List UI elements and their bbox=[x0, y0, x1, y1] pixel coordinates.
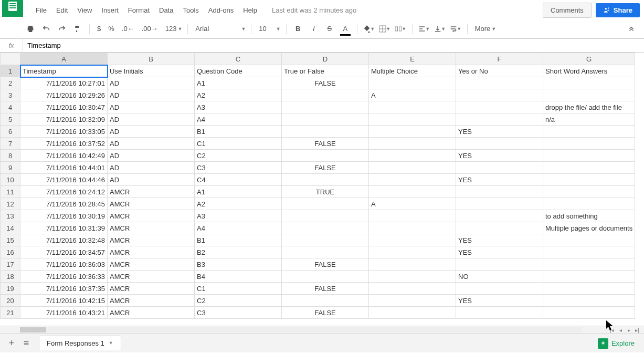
menu-data[interactable]: Data bbox=[155, 4, 177, 16]
cell[interactable]: 7/11/2016 10:24:12 bbox=[20, 186, 108, 198]
cell[interactable] bbox=[543, 126, 635, 138]
cell[interactable] bbox=[282, 271, 369, 283]
cell[interactable]: 7/11/2016 10:34:57 bbox=[20, 246, 108, 258]
cell[interactable] bbox=[456, 198, 543, 210]
cell[interactable]: A4 bbox=[195, 113, 282, 126]
all-sheets-button[interactable]: ≡ bbox=[19, 336, 34, 351]
text-wrap-button[interactable]: ▼ bbox=[449, 23, 462, 35]
currency-button[interactable]: $ bbox=[95, 24, 103, 34]
sheet-tab-form-responses[interactable]: Form Responses 1 ▼ bbox=[39, 336, 121, 350]
cell[interactable]: A1 bbox=[195, 77, 282, 89]
select-all-corner[interactable] bbox=[1, 53, 20, 65]
cell[interactable]: Multiple Choice bbox=[369, 65, 456, 77]
column-header-E[interactable]: E bbox=[369, 53, 456, 65]
cell[interactable]: Use Initials bbox=[108, 65, 195, 77]
add-sheet-button[interactable]: + bbox=[4, 336, 19, 351]
cell[interactable]: FALSE bbox=[282, 258, 369, 271]
cell[interactable] bbox=[282, 295, 369, 307]
cell[interactable] bbox=[456, 162, 543, 174]
cell[interactable]: AMCR bbox=[108, 234, 195, 246]
borders-button[interactable]: ▼ bbox=[378, 23, 391, 35]
menu-insert[interactable]: Insert bbox=[97, 4, 123, 16]
row-header[interactable]: 19 bbox=[1, 283, 20, 295]
row-header[interactable]: 3 bbox=[1, 89, 20, 101]
share-button[interactable]: Share bbox=[596, 3, 640, 17]
cell[interactable] bbox=[369, 77, 456, 89]
cell[interactable]: AMCR bbox=[108, 295, 195, 307]
cell[interactable] bbox=[456, 186, 543, 198]
cell[interactable]: AMCR bbox=[108, 307, 195, 319]
number-format-dropdown[interactable]: 123▼ bbox=[163, 24, 183, 34]
menu-tools[interactable]: Tools bbox=[178, 4, 203, 16]
cell[interactable] bbox=[282, 234, 369, 246]
cell[interactable] bbox=[369, 246, 456, 258]
cell[interactable] bbox=[282, 126, 369, 138]
cell[interactable] bbox=[369, 271, 456, 283]
cell[interactable] bbox=[369, 150, 456, 162]
collapse-toolbar-icon[interactable] bbox=[625, 23, 638, 35]
comments-button[interactable]: Comments bbox=[543, 3, 592, 18]
cell[interactable]: Yes or No bbox=[456, 65, 543, 77]
cell[interactable]: A4 bbox=[195, 222, 282, 234]
row-header[interactable]: 16 bbox=[1, 246, 20, 258]
scroll-left-icon[interactable]: ◂ bbox=[617, 326, 624, 334]
cell[interactable]: AMCR bbox=[108, 283, 195, 295]
cell[interactable]: AMCR bbox=[108, 258, 195, 271]
decrease-decimal-button[interactable]: .0← bbox=[120, 24, 136, 34]
cell[interactable]: 7/11/2016 10:27:01 bbox=[20, 77, 108, 89]
cell[interactable]: A1 bbox=[195, 186, 282, 198]
cell[interactable]: FALSE bbox=[282, 77, 369, 89]
cell[interactable]: C1 bbox=[195, 283, 282, 295]
row-header[interactable]: 17 bbox=[1, 258, 20, 271]
row-header[interactable]: 15 bbox=[1, 234, 20, 246]
strikethrough-button[interactable]: S bbox=[323, 23, 336, 35]
cell[interactable]: YES bbox=[456, 126, 543, 138]
row-header[interactable]: 14 bbox=[1, 222, 20, 234]
cell[interactable]: AD bbox=[108, 150, 195, 162]
font-family-dropdown[interactable]: Arial▼ bbox=[193, 24, 246, 34]
cell[interactable]: YES bbox=[456, 246, 543, 258]
cell[interactable] bbox=[456, 283, 543, 295]
cell[interactable] bbox=[282, 150, 369, 162]
redo-icon[interactable] bbox=[56, 23, 68, 35]
row-header[interactable]: 2 bbox=[1, 77, 20, 89]
cell[interactable]: 7/11/2016 10:28:45 bbox=[20, 198, 108, 210]
cell[interactable]: YES bbox=[456, 295, 543, 307]
cell[interactable]: B2 bbox=[195, 246, 282, 258]
cell[interactable] bbox=[543, 295, 635, 307]
row-header[interactable]: 18 bbox=[1, 271, 20, 283]
font-size-dropdown[interactable]: 10▼ bbox=[257, 24, 280, 34]
cell[interactable]: A2 bbox=[195, 89, 282, 101]
cell[interactable]: A3 bbox=[195, 101, 282, 113]
row-header[interactable]: 10 bbox=[1, 174, 20, 186]
cell[interactable]: AD bbox=[108, 174, 195, 186]
cell[interactable]: AMCR bbox=[108, 186, 195, 198]
cell[interactable] bbox=[543, 271, 635, 283]
cell[interactable] bbox=[456, 113, 543, 126]
formula-input[interactable] bbox=[23, 39, 644, 52]
merge-cells-button[interactable]: ▼ bbox=[394, 23, 407, 35]
row-header[interactable]: 9 bbox=[1, 162, 20, 174]
fx-label[interactable]: fx bbox=[0, 39, 23, 52]
row-header[interactable]: 11 bbox=[1, 186, 20, 198]
cell[interactable] bbox=[282, 89, 369, 101]
cell[interactable]: AMCR bbox=[108, 271, 195, 283]
column-header-F[interactable]: F bbox=[456, 53, 543, 65]
cell[interactable]: B3 bbox=[195, 258, 282, 271]
cell[interactable] bbox=[369, 101, 456, 113]
row-header[interactable]: 13 bbox=[1, 210, 20, 222]
print-icon[interactable] bbox=[24, 23, 37, 35]
row-header[interactable]: 5 bbox=[1, 113, 20, 126]
cell[interactable]: AD bbox=[108, 77, 195, 89]
cell[interactable] bbox=[543, 89, 635, 101]
cell[interactable] bbox=[543, 307, 635, 319]
cell[interactable] bbox=[369, 186, 456, 198]
menu-view[interactable]: View bbox=[73, 4, 96, 16]
cell[interactable] bbox=[369, 222, 456, 234]
cell[interactable] bbox=[543, 150, 635, 162]
cell[interactable]: B1 bbox=[195, 126, 282, 138]
fill-color-button[interactable]: ▼ bbox=[363, 23, 375, 35]
row-header[interactable]: 1 bbox=[1, 65, 20, 77]
cell[interactable] bbox=[543, 186, 635, 198]
column-header-A[interactable]: A bbox=[20, 53, 108, 65]
